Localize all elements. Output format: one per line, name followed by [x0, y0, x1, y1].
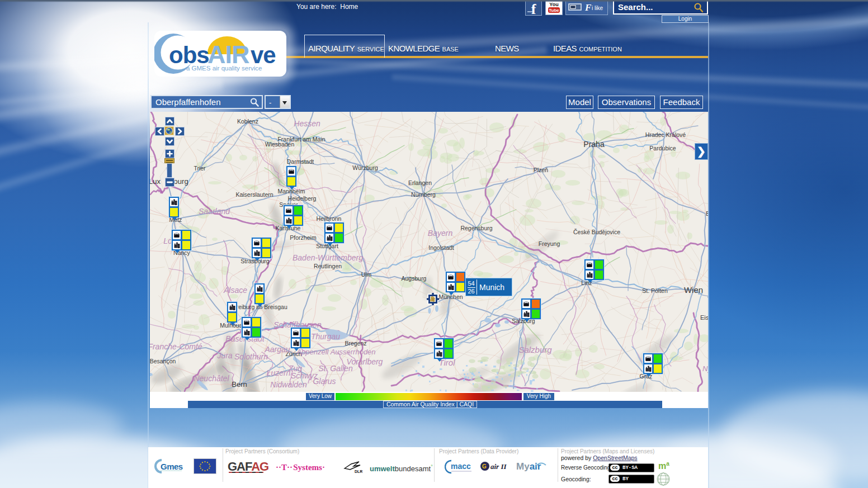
svg-text:Gmes: Gmes	[161, 462, 183, 471]
svg-text:Freyung: Freyung	[539, 240, 560, 247]
svg-text:Bern: Bern	[232, 380, 247, 388]
svg-text:Baden-Württemberg: Baden-Württemberg	[293, 253, 363, 262]
svg-text:Lux: Lux	[150, 177, 161, 186]
svg-text:Kaiserslautern: Kaiserslautern	[235, 191, 273, 198]
svg-text:macc: macc	[451, 462, 471, 471]
svg-text:air II: air II	[490, 462, 507, 471]
svg-text:Appenzell Ausserrhoden: Appenzell Ausserrhoden	[296, 348, 375, 356]
svg-text:f: f	[531, 1, 536, 15]
svg-text:Koblenz: Koblenz	[237, 118, 258, 125]
svg-text:Praha: Praha	[583, 140, 605, 149]
svg-text:Ulm: Ulm	[361, 271, 372, 278]
svg-text:Saarland: Saarland	[199, 207, 230, 216]
svg-text:Nürnberg: Nürnberg	[411, 191, 436, 198]
svg-text:Heilbronn: Heilbronn	[317, 215, 342, 222]
svg-text:i like: i like	[592, 5, 603, 11]
svg-text:Nidwalden: Nidwalden	[270, 380, 307, 389]
svg-text:České Budějovice: České Budějovice	[573, 229, 620, 235]
svg-text:Solothurn: Solothurn	[234, 352, 268, 361]
svg-text:Würzburg: Würzburg	[352, 164, 378, 171]
svg-text:You: You	[549, 2, 558, 7]
svg-text:Erlangen: Erlangen	[408, 179, 432, 186]
svg-text:Wiesbaden: Wiesbaden	[265, 141, 295, 148]
svg-text:Pardubice: Pardubice	[649, 145, 676, 151]
svg-text:St. Gallen: St. Gallen	[318, 364, 353, 373]
svg-text:F: F	[584, 2, 592, 13]
svg-text:Luzern: Luzern	[267, 368, 291, 377]
svg-text:Pforzheim: Pforzheim	[290, 234, 317, 241]
svg-text:Darmstadt: Darmstadt	[287, 158, 314, 165]
svg-text:Tube: Tube	[549, 8, 559, 13]
svg-text:Glarus: Glarus	[313, 377, 336, 386]
svg-text:Jura: Jura	[216, 351, 232, 360]
svg-text:G: G	[482, 463, 487, 470]
svg-text:Brn: Brn	[706, 210, 708, 217]
svg-text:Trier: Trier	[194, 165, 206, 172]
svg-text:Franche-Comté: Franche-Comté	[150, 342, 202, 351]
svg-text:Thurgau: Thurgau	[311, 332, 340, 341]
svg-text:Ingolstadt: Ingolstadt	[428, 244, 454, 251]
svg-text:Augsburg: Augsburg	[402, 275, 427, 282]
svg-text:St. Pölten: St. Pölten	[642, 287, 668, 294]
svg-text:DLR: DLR	[355, 470, 362, 473]
svg-text:a GMES air quality service: a GMES air quality service	[186, 65, 262, 72]
svg-text:ve: ve	[251, 42, 276, 68]
svg-text:Lo: Lo	[163, 236, 172, 245]
svg-text:Hradec Králové: Hradec Králové	[645, 131, 686, 138]
svg-text:Neuchâtel: Neuchâtel	[194, 374, 229, 383]
svg-text:Plzeň: Plzeň	[534, 167, 548, 173]
svg-text:Besançon: Besançon	[150, 358, 176, 364]
svg-text:Alsace: Alsace	[223, 286, 247, 295]
svg-text:Eisensta: Eisensta	[700, 314, 708, 321]
svg-text:Bregenz: Bregenz	[345, 340, 366, 347]
svg-text:Salzburg: Salzburg	[518, 345, 552, 354]
svg-text:obs: obs	[169, 42, 209, 68]
svg-text:Reutlingen: Reutlingen	[314, 263, 342, 269]
svg-text:Aargau: Aargau	[264, 345, 290, 354]
svg-text:Hessen: Hessen	[294, 119, 320, 128]
svg-text:Wien: Wien	[684, 285, 703, 295]
svg-text:Nyu: Nyu	[702, 364, 708, 373]
svg-text:Bayern: Bayern	[428, 229, 453, 238]
svg-text:Regensburg: Regensburg	[460, 225, 492, 231]
